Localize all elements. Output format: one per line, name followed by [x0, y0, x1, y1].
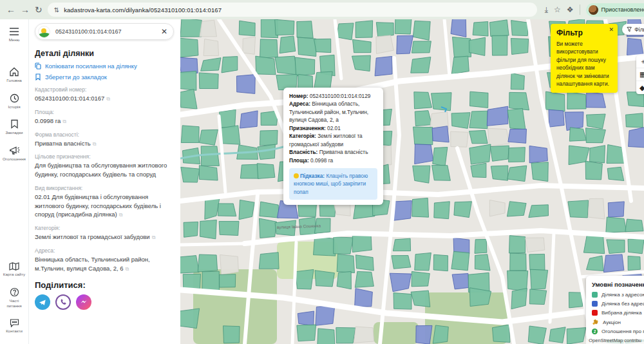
viber-icon: [59, 298, 67, 306]
green-swatch: [592, 292, 598, 298]
legend-item-sale: 2 Оголошення про продаж: [592, 329, 644, 334]
extensions-icon[interactable]: ❖: [567, 5, 574, 14]
filter-tooltip: ✕ Фільтр Ви можете використовувати фільт…: [551, 24, 618, 93]
field-area: Площа: 0.0998 га⧉: [35, 109, 174, 126]
sitemap-icon: [9, 262, 19, 271]
sidebar-item-home[interactable]: Головна: [0, 67, 29, 83]
announcements-icon: [9, 146, 20, 155]
sidebar-item-bookmarks[interactable]: Закладки: [0, 119, 29, 135]
field-address: Адреса: Вінницька область, Тульчинський …: [35, 247, 174, 273]
home-icon: [9, 67, 19, 77]
filter-tooltip-text: Ви можете використовувати фільтри для по…: [556, 40, 612, 88]
map-controls: ＋ ▦ ◆: [636, 55, 644, 94]
sidebar-item-faq[interactable]: Часті питання: [0, 287, 29, 309]
paused-label: Приостановлено: [601, 6, 644, 13]
panel-title: Деталі ділянки: [35, 49, 174, 58]
share-buttons: [35, 294, 174, 310]
avatar: [589, 5, 598, 15]
share-title: Поділитися:: [35, 280, 174, 290]
copy-icon[interactable]: ⧉: [119, 212, 123, 218]
search-input[interactable]: 0524310100:01:014:0167: [55, 28, 156, 35]
red-swatch: [592, 310, 598, 316]
legend-item-auction: Аукціон: [592, 319, 644, 325]
history-icon: [10, 93, 19, 103]
popup-hint: Підказка: Клацніть правою кнопкою миші, …: [289, 168, 377, 200]
zoom-in-button[interactable]: ＋: [636, 55, 644, 68]
sidebar-item-history[interactable]: Історія: [0, 93, 29, 110]
map-legend: Умовні позначення ⌄ Ділянка з адресою Ді…: [586, 276, 644, 339]
sale-badge: 2: [592, 329, 598, 334]
blue-swatch: [592, 301, 598, 307]
icon-rail: Меню Головна Історія Закладки Оголошення…: [0, 19, 29, 344]
copy-icon[interactable]: ⧉: [126, 266, 129, 272]
map-canvas[interactable]: вулиця Івана Сошенка Номер: 0524310100:0…: [180, 19, 644, 344]
save-bookmark-button[interactable]: Зберегти до закладок: [35, 73, 174, 81]
funnel-icon: [627, 26, 632, 32]
telegram-share-button[interactable]: [35, 294, 50, 310]
page: ← → ↻ ⇅ kadastrova-karta.com/dilyanka/05…: [0, 0, 644, 344]
popup-row-purpose: Призначення: 02.01: [289, 124, 377, 132]
field-cadastre-number: Кадастровий номер: 0524310100:01:014:016…: [35, 86, 174, 103]
chat-icon: [10, 318, 19, 327]
parcel-popup: Номер: 0524310100:01:014:0129 Адреса: Ві…: [283, 88, 383, 205]
close-icon[interactable]: ✕: [609, 26, 614, 33]
popup-row-ownership: Власність: Приватна власність: [289, 148, 377, 156]
filter-button[interactable]: Фільтр: [622, 24, 644, 35]
site-info-icon[interactable]: ⇅: [54, 6, 59, 14]
clear-search-icon[interactable]: ✕: [161, 27, 167, 36]
address-bar[interactable]: ⇅ kadastrova-karta.com/dilyanka/05243101…: [48, 3, 537, 17]
bookmarks-icon: [10, 119, 19, 129]
popup-row-number: Номер: 0524310100:01:014:0129: [289, 92, 377, 100]
viber-share-button[interactable]: [55, 294, 71, 310]
browser-toolbar: ← → ↻ ⇅ kadastrova-karta.com/dilyanka/05…: [0, 0, 644, 19]
bookmark-star-icon[interactable]: ☆: [554, 5, 561, 14]
toolbar-divider: [580, 5, 580, 15]
install-icon[interactable]: ⤓: [545, 5, 548, 14]
telegram-icon: [39, 299, 46, 306]
copy-icon[interactable]: ⧉: [106, 96, 110, 102]
sidebar-item-menu[interactable]: Меню: [0, 27, 29, 43]
back-icon[interactable]: ←: [6, 5, 15, 15]
reload-icon[interactable]: ↻: [35, 5, 43, 15]
sidebar-item-contacts[interactable]: Контакти: [0, 318, 29, 334]
messenger-icon: [80, 299, 88, 306]
sidebar-item-announcements[interactable]: Оголошення: [0, 146, 29, 162]
menu-icon: [9, 27, 19, 36]
copy-icon[interactable]: ⧉: [62, 119, 66, 124]
search-bar[interactable]: 0524310100:01:014:0167 ✕: [35, 23, 174, 40]
field-category: Категорія: Землі житлової та громадської…: [35, 225, 174, 242]
field-usage: Вид використання: 02.01 Для будівництва …: [35, 185, 174, 219]
legend-header[interactable]: Умовні позначення ⌄: [592, 281, 644, 288]
filter-tooltip-title: Фільтр: [556, 28, 612, 37]
gavel-icon: [592, 319, 599, 325]
copy-icon[interactable]: ⧉: [93, 141, 97, 147]
messenger-share-button[interactable]: [76, 294, 91, 310]
question-icon: [10, 287, 19, 297]
popup-row-address: Адреса: Вінницька область, Тульчинський …: [289, 100, 377, 124]
field-ownership: Форма власності: Приватна власність⧉: [35, 131, 174, 148]
copy-link-button[interactable]: Копіювати посилання на ділянку: [35, 62, 174, 70]
legend-item-with-address: Ділянка з адресою: [592, 292, 644, 298]
forward-icon[interactable]: →: [21, 5, 30, 15]
lightbulb-icon: [294, 173, 299, 178]
site-logo: [38, 26, 50, 38]
parcel-details-panel: 0524310100:01:014:0167 ✕ Деталі ділянки …: [30, 19, 180, 344]
layers-button[interactable]: ▦: [636, 68, 644, 81]
field-purpose: Цільове призначення: Для будівництва та …: [35, 153, 174, 179]
sidebar-item-sitemap[interactable]: Карта сайту: [0, 262, 29, 277]
map-attribution: OpenStreetMap contribu: [586, 337, 644, 344]
legend-item-selected: Вибрана ділянка: [592, 310, 644, 316]
copy-link-icon: [35, 62, 41, 70]
copy-icon[interactable]: ⧉: [152, 234, 156, 240]
measure-button[interactable]: ◆: [636, 81, 644, 94]
popup-row-category: Категорія: Землі житлової та громадської…: [289, 132, 377, 148]
legend-item-no-address: Ділянка без адреси: [592, 301, 644, 307]
popup-row-area: Площа: 0.0998 га: [289, 157, 377, 164]
url-text[interactable]: kadastrova-karta.com/dilyanka/0524310100…: [64, 6, 222, 14]
bookmark-icon: [35, 73, 41, 81]
profile-paused-button[interactable]: Приостановлено: [586, 3, 644, 17]
